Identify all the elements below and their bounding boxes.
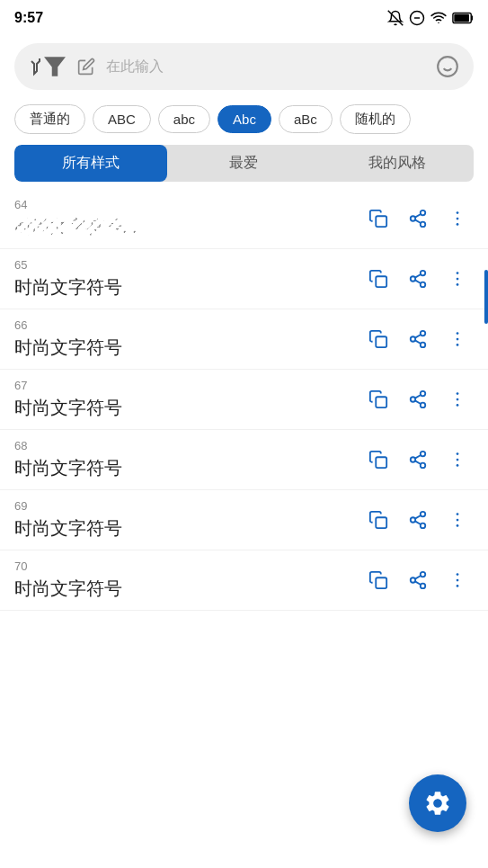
copy-button[interactable] [362,564,395,596]
svg-point-67 [411,577,416,583]
svg-point-8 [438,57,457,76]
svg-point-14 [421,222,426,228]
list-item-content: 66 时尚文字符号 [14,318,362,360]
list-area: 64 时尚文字符号... [0,189,488,848]
svg-point-31 [411,336,416,342]
svg-point-22 [411,276,416,282]
svg-point-63 [457,519,459,522]
share-button[interactable] [402,564,434,596]
chip-normal[interactable]: 普通的 [14,104,85,134]
minus-circle-icon [409,10,425,26]
share-button[interactable] [402,504,434,536]
svg-rect-38 [376,397,386,407]
more-button[interactable] [441,263,474,295]
scrollbar-indicator [484,270,488,324]
share-button[interactable] [402,202,434,235]
chip-aBc[interactable]: aBc [279,105,333,133]
svg-rect-47 [376,457,386,468]
svg-point-35 [457,332,459,335]
copy-button[interactable] [362,383,395,416]
more-button[interactable] [441,443,474,476]
svg-line-60 [415,521,421,524]
settings-fab[interactable] [409,774,466,832]
list-item-content: 68 时尚文字符号 [14,439,362,480]
svg-point-48 [421,452,426,457]
list-actions [362,383,474,416]
svg-line-0 [388,11,404,26]
svg-point-49 [411,457,416,462]
item-text: 时尚文字符号 [14,516,362,541]
tab-fav[interactable]: 最爱 [167,145,320,182]
emoji-icon[interactable] [436,55,459,78]
tab-my[interactable]: 我的风格 [321,145,474,182]
more-button[interactable] [441,323,474,355]
svg-point-68 [421,584,426,589]
status-icons [387,10,474,26]
svg-point-66 [421,572,426,577]
svg-point-32 [421,343,426,348]
svg-point-54 [457,459,459,461]
list-item-content: 65 时尚文字符号 [14,258,362,300]
status-bar: 9:57 [0,0,488,36]
search-bar[interactable]: 在此输入 [14,43,474,90]
list-item-content: 67 时尚文字符号 [14,379,362,420]
share-button[interactable] [402,383,434,416]
svg-line-24 [415,280,421,283]
chip-ABC[interactable]: ABC [93,105,151,133]
svg-rect-20 [376,276,386,287]
svg-rect-5 [454,14,469,22]
more-button[interactable] [441,383,474,416]
chip-abc[interactable]: abc [158,105,210,133]
chip-random[interactable]: 随机的 [340,104,411,134]
copy-button[interactable] [362,443,395,476]
item-text: 时尚文字符号 [14,275,362,300]
filter-funnel-icon[interactable] [43,55,67,78]
item-text: 时尚文字符号 [14,396,362,420]
svg-line-43 [415,395,421,398]
svg-rect-4 [471,15,473,21]
list-actions [362,323,474,355]
svg-line-69 [415,581,421,585]
svg-line-42 [415,400,421,404]
svg-line-16 [415,214,421,218]
more-button[interactable] [441,564,474,596]
tab-all[interactable]: 所有样式 [14,145,167,182]
svg-marker-7 [46,58,64,76]
copy-button[interactable] [362,263,395,295]
copy-button[interactable] [362,202,395,235]
item-number: 64 [14,198,362,211]
svg-line-52 [415,455,421,459]
svg-point-26 [457,272,459,274]
svg-line-25 [415,274,421,278]
share-button[interactable] [402,263,434,295]
chip-Abc[interactable]: Abc [217,105,271,133]
svg-point-41 [421,403,426,408]
item-number: 68 [14,439,362,452]
list-item: 65 时尚文字符号 [0,249,488,309]
svg-point-46 [457,404,459,407]
svg-point-21 [421,271,426,276]
share-button[interactable] [402,323,434,355]
svg-point-12 [421,210,426,216]
item-text: 时尚文字符号 [14,336,362,360]
more-button[interactable] [441,202,474,235]
list-item: 70 时尚文字符号 [0,550,488,611]
svg-point-13 [411,216,416,221]
svg-point-19 [457,223,459,226]
share-button[interactable] [402,443,434,476]
edit-icon[interactable] [77,58,95,76]
svg-point-17 [457,211,459,214]
svg-point-71 [457,573,459,576]
svg-point-72 [457,579,459,582]
copy-button[interactable] [362,504,395,536]
svg-point-44 [457,392,459,395]
search-placeholder[interactable]: 在此输入 [106,58,425,76]
list-item-content: 64 时尚文字符号... [14,198,362,239]
svg-point-57 [421,512,426,517]
copy-button[interactable] [362,323,395,355]
item-number: 67 [14,379,362,392]
svg-point-18 [457,218,459,220]
svg-rect-56 [376,517,386,528]
svg-point-59 [421,523,426,529]
more-button[interactable] [441,504,474,536]
